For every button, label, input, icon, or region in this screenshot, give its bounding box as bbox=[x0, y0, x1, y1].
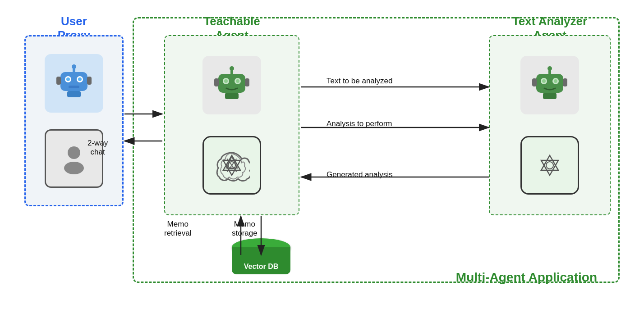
teachable-robot-icon bbox=[212, 65, 252, 105]
svg-marker-36 bbox=[541, 155, 558, 170]
svg-point-2 bbox=[72, 64, 76, 69]
analyzer-openai-box bbox=[520, 136, 579, 195]
vector-db-container: Vector DB bbox=[232, 238, 290, 276]
analyzer-robot-box bbox=[520, 56, 579, 114]
memo-retrieval-label: Memoretrieval bbox=[164, 220, 191, 238]
svg-rect-20 bbox=[214, 78, 219, 86]
text-to-analyze-label: Text to be analyzed bbox=[327, 77, 392, 86]
svg-point-38 bbox=[546, 162, 553, 169]
diagram-container: Multi-Agent Application UserProxy bbox=[11, 8, 633, 301]
svg-point-4 bbox=[66, 77, 70, 81]
svg-rect-22 bbox=[225, 93, 239, 99]
text-analyzer-area bbox=[489, 35, 611, 215]
svg-point-30 bbox=[542, 79, 546, 83]
svg-rect-21 bbox=[245, 78, 249, 86]
vector-db-cylinder: Vector DB bbox=[232, 238, 290, 274]
svg-rect-7 bbox=[69, 86, 79, 88]
teachable-agent-area bbox=[164, 35, 299, 215]
memo-storage-label: Memostorage bbox=[232, 220, 258, 238]
svg-rect-10 bbox=[67, 91, 81, 97]
multi-agent-label: Multi-Agent Application bbox=[456, 270, 597, 285]
svg-point-11 bbox=[68, 146, 80, 159]
svg-rect-35 bbox=[543, 93, 557, 99]
vector-db-label: Vector DB bbox=[232, 263, 290, 271]
openai-icon-2 bbox=[532, 147, 568, 183]
analysis-to-perform-label: Analysis to perform bbox=[327, 119, 392, 128]
svg-rect-34 bbox=[563, 78, 567, 86]
blue-robot-icon bbox=[54, 63, 94, 104]
two-way-chat-label: 2-waychat bbox=[87, 139, 108, 157]
svg-point-28 bbox=[547, 66, 552, 71]
user-proxy-robot-box bbox=[45, 54, 103, 113]
svg-point-19 bbox=[236, 79, 239, 83]
analyzer-robot-icon bbox=[529, 65, 570, 105]
generated-analysis-label: Generated analysis bbox=[327, 170, 392, 179]
teachable-openai-box bbox=[202, 136, 261, 195]
user-person-icon bbox=[58, 143, 90, 174]
svg-point-15 bbox=[230, 66, 234, 71]
svg-point-6 bbox=[78, 77, 82, 81]
user-proxy-box bbox=[24, 35, 124, 206]
user-person-box bbox=[45, 129, 103, 188]
svg-rect-9 bbox=[87, 77, 92, 85]
svg-rect-33 bbox=[532, 78, 537, 86]
svg-point-12 bbox=[64, 162, 84, 174]
svg-rect-8 bbox=[56, 77, 61, 85]
teachable-robot-box bbox=[202, 56, 261, 114]
svg-marker-37 bbox=[541, 160, 558, 175]
svg-point-17 bbox=[224, 79, 228, 83]
cylinder-body: Vector DB bbox=[232, 247, 290, 274]
openai-icon bbox=[214, 147, 250, 183]
svg-point-32 bbox=[554, 79, 557, 83]
